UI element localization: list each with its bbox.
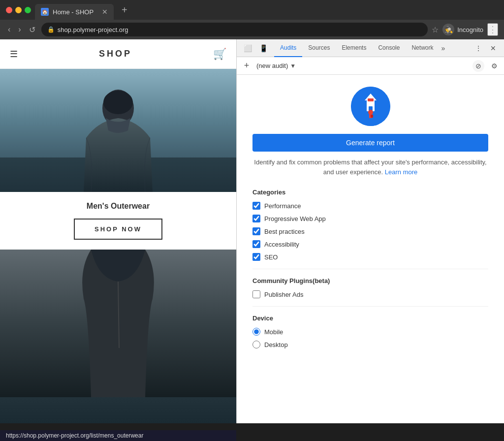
pwa-label: Progressive Web App (264, 215, 326, 222)
forward-button[interactable]: › (16, 23, 23, 36)
audits-panel-content: Generate report Identify and fix common … (237, 75, 504, 423)
browser-tab[interactable]: 🏠 Home - SHOP ✕ (35, 4, 114, 20)
lighthouse-logo (351, 87, 390, 126)
tab-favicon: 🏠 (41, 8, 49, 16)
incognito-area: 🕵 Incognito (442, 24, 483, 35)
audit-selector[interactable]: (new audit) ▼ (256, 62, 469, 69)
svg-rect-13 (371, 115, 373, 118)
mobile-label: Mobile (264, 328, 283, 336)
best-practices-label: Best practices (264, 228, 305, 235)
learn-more-link[interactable]: Learn more (385, 168, 417, 176)
category-best-practices: Best practices (252, 227, 488, 235)
hero-svg (0, 69, 236, 192)
audit-clear-button[interactable]: ⊘ (472, 60, 484, 72)
main-area: ☰ SHOP 🛒 (0, 39, 504, 423)
cart-icon[interactable]: 🛒 (213, 48, 226, 61)
browser-menu-button[interactable]: ⋮ (487, 23, 498, 36)
second-hero-svg (0, 250, 236, 397)
device-mobile: Mobile (252, 328, 488, 336)
accessibility-checkbox[interactable] (252, 240, 260, 248)
product-section: Men's Outerwear SHOP NOW (0, 192, 236, 250)
address-bar: ‹ › ↺ 🔒 shop.polymer-project.org ☆ 🕵 Inc… (0, 20, 504, 39)
lock-icon: 🔒 (47, 26, 55, 33)
performance-checkbox[interactable] (252, 202, 260, 210)
second-hero-image (0, 250, 236, 423)
inspect-element-icon[interactable]: ⬜ (241, 41, 254, 55)
audits-sub-toolbar: + (new audit) ▼ ⊘ ⚙ (237, 57, 504, 75)
publisher-ads-checkbox[interactable] (252, 290, 260, 298)
back-button[interactable]: ‹ (6, 23, 12, 36)
device-section-title: Device (252, 315, 488, 322)
svg-point-3 (103, 91, 133, 114)
categories-section-title: Categories (252, 189, 488, 196)
device-toggle-icon[interactable]: 📱 (256, 41, 270, 55)
tab-sources[interactable]: Sources (302, 39, 336, 57)
desktop-label: Desktop (264, 341, 288, 348)
generate-report-button[interactable]: Generate report (252, 134, 488, 152)
url-text: shop.polymer-project.org (58, 26, 128, 33)
svg-point-11 (368, 110, 373, 115)
devtools-panel: ⬜ 📱 Audits Sources Elements Console Netw… (236, 39, 504, 423)
tab-close-button[interactable]: ✕ (102, 8, 108, 16)
audit-selector-label: (new audit) (256, 62, 288, 69)
accessibility-label: Accessibility (264, 241, 299, 248)
mobile-radio[interactable] (252, 328, 260, 336)
desktop-radio[interactable] (252, 341, 260, 348)
tab-console[interactable]: Console (372, 39, 406, 57)
seo-label: SEO (264, 253, 278, 261)
devtools-tabs: Audits Sources Elements Console Network … (274, 39, 472, 57)
device-desktop: Desktop (252, 341, 488, 348)
webpage-panel: ☰ SHOP 🛒 (0, 39, 236, 423)
minimize-button[interactable] (15, 7, 22, 13)
hamburger-menu-icon[interactable]: ☰ (10, 49, 18, 60)
svg-rect-9 (368, 98, 374, 101)
new-tab-button[interactable]: + (122, 4, 127, 16)
audit-settings-button[interactable]: ⚙ (488, 60, 500, 72)
lighthouse-logo-svg (351, 87, 390, 126)
devtools-close-button[interactable]: ✕ (486, 41, 500, 55)
reload-button[interactable]: ↺ (27, 23, 37, 36)
more-tabs-icon[interactable]: » (441, 44, 445, 52)
category-performance: Performance (252, 202, 488, 210)
devtools-actions: ⋮ ✕ (472, 41, 500, 55)
performance-label: Performance (264, 202, 301, 210)
shop-now-button[interactable]: SHOP NOW (74, 219, 162, 240)
hero-image (0, 69, 236, 192)
category-pwa: Progressive Web App (252, 215, 488, 222)
address-field[interactable]: 🔒 shop.polymer-project.org (41, 23, 428, 36)
category-accessibility: Accessibility (252, 240, 488, 248)
tab-title: Home - SHOP (53, 8, 94, 16)
best-practices-checkbox[interactable] (252, 227, 260, 235)
lighthouse-logo-area (252, 87, 488, 126)
product-title: Men's Outerwear (10, 202, 226, 211)
pwa-checkbox[interactable] (252, 215, 260, 222)
plugin-publisher-ads: Publisher Ads (252, 290, 488, 298)
tab-elements[interactable]: Elements (336, 39, 372, 57)
category-seo: SEO (252, 253, 488, 261)
incognito-icon: 🕵 (442, 24, 454, 35)
traffic-lights (6, 7, 31, 13)
add-audit-button[interactable]: + (241, 60, 252, 72)
incognito-label: Incognito (457, 26, 483, 33)
shop-logo: SHOP (99, 49, 132, 59)
plugins-section-title: Community Plugins(beta) (252, 277, 488, 284)
close-button[interactable] (6, 7, 12, 13)
bookmark-icon[interactable]: ☆ (432, 25, 439, 34)
browser-chrome: 🏠 Home - SHOP ✕ + ‹ › ↺ 🔒 shop.polymer-p… (0, 0, 504, 39)
devtools-toolbar: ⬜ 📱 Audits Sources Elements Console Netw… (237, 39, 504, 57)
title-bar: 🏠 Home - SHOP ✕ + (0, 0, 504, 20)
devtools-panel-icons: ⬜ 📱 (241, 41, 270, 55)
tab-network[interactable]: Network (406, 39, 439, 57)
publisher-ads-label: Publisher Ads (264, 291, 304, 298)
tab-audits[interactable]: Audits (274, 39, 302, 57)
panel-description: Identify and fix common problems that af… (252, 158, 488, 177)
dropdown-arrow-icon: ▼ (290, 63, 296, 69)
page-header: ☰ SHOP 🛒 (0, 39, 236, 69)
devtools-more-options[interactable]: ⋮ (472, 41, 485, 55)
maximize-button[interactable] (25, 7, 31, 13)
section-divider-2 (252, 306, 488, 307)
seo-checkbox[interactable] (252, 253, 260, 261)
section-divider-1 (252, 269, 488, 269)
